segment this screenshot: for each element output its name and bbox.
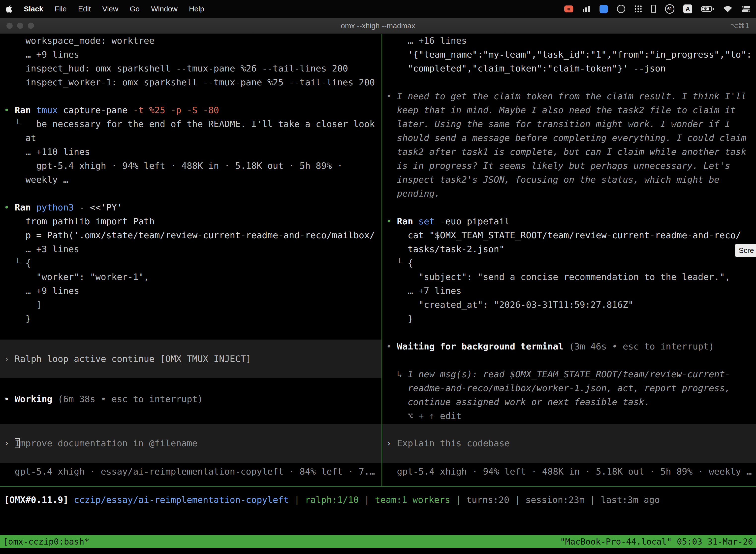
terminal-line: inspect_hud: omx sparkshell --tmux-pane … xyxy=(0,62,381,75)
zoom-button[interactable] xyxy=(28,22,34,29)
thinking-line: later. Using the same for transition mig… xyxy=(382,117,756,131)
text-segment: (6m 38s • esc to interrupt) xyxy=(58,394,203,404)
omx-status-line: [OMX#0.11.9] cczip/essay/ai-reimplementa… xyxy=(0,493,660,507)
text-segment: weekly … xyxy=(4,174,68,185)
mailbox-message: continue assigned work or next feasible … xyxy=(382,395,756,409)
activity-chart-icon[interactable] xyxy=(582,5,590,13)
phone-mirroring-icon[interactable] xyxy=(651,5,656,13)
menu-edit[interactable]: Edit xyxy=(78,5,91,13)
control-center-icon[interactable] xyxy=(742,6,751,12)
text-segment: • xyxy=(386,91,397,101)
terminal-pane-left: workspace_mode: worktree … +9 lines insp… xyxy=(0,34,381,486)
terminal-line: "subject": "send a concise recommendatio… xyxy=(382,270,756,284)
menu-items: FileEditViewGoWindowHelp xyxy=(55,5,204,13)
text-segment: • xyxy=(386,216,397,226)
minimize-button[interactable] xyxy=(17,22,23,29)
menu-view[interactable]: View xyxy=(102,5,118,13)
text-segment: └ xyxy=(386,258,408,268)
window-title: omx --xhigh --madmax xyxy=(0,21,756,30)
battery-icon[interactable] xyxy=(701,6,714,12)
thinking-line: keep that in mind. Maybe I also need the… xyxy=(382,103,756,117)
text-segment: "worker": "worker-1", xyxy=(4,272,149,282)
close-button[interactable] xyxy=(6,22,13,29)
text-segment: … +7 lines xyxy=(386,286,461,296)
text-segment: task2 after task1 is complete, but can I… xyxy=(386,147,746,157)
screen-recording-indicator-icon[interactable] xyxy=(564,5,573,12)
text-segment: '{"team_name":"my-team","task_id":"1","f… xyxy=(386,49,752,60)
text-segment: last:3m ago xyxy=(601,495,660,505)
pane-left-status-footer: gpt-5.4 xhigh · essay/ai-reimplementatio… xyxy=(0,465,381,479)
composer-input-right[interactable]: › Explain this codebase xyxy=(382,424,756,463)
text-segment: { xyxy=(25,258,31,268)
pane-right-status-footer: gpt-5.4 xhigh · 94% left · 488K in · 5.1… xyxy=(382,465,756,479)
text-segment: • xyxy=(386,341,397,351)
thinking-line: pending. xyxy=(382,187,756,201)
pane-left-scrollback: workspace_mode: worktree … +9 lines insp… xyxy=(0,34,381,406)
traffic-lights xyxy=(6,22,34,29)
menu-window[interactable]: Window xyxy=(151,5,178,13)
text-segment: turns:20 xyxy=(466,495,509,505)
text-segment: p = Path('.omx/state/team/review-current… xyxy=(4,230,375,240)
app-circle-icon[interactable] xyxy=(617,5,625,13)
blank-line xyxy=(0,89,381,103)
gauge-61-icon[interactable]: 61 xyxy=(665,4,674,14)
text-segment: -euo pipefail xyxy=(440,216,510,226)
terminal-line: cat "$OMX_TEAM_STATE_ROOT/team/review-cu… xyxy=(382,228,756,242)
pane-divider-vertical[interactable] xyxy=(381,34,382,486)
app-blue-icon[interactable] xyxy=(600,5,608,13)
tmux-session-label: [omx-cczip0:bash* xyxy=(3,537,89,547)
wifi-icon[interactable] xyxy=(723,5,733,13)
terminal-line: gpt-5.4 xhigh · 94% left · 488K in · 5.1… xyxy=(0,159,381,173)
terminal-line: weekly … xyxy=(0,173,381,187)
text-segment: } xyxy=(386,314,413,324)
text-segment: └ xyxy=(4,119,36,129)
window-shortcut-hint: ⌥⌘1 xyxy=(730,21,750,30)
text-segment: Ran xyxy=(15,202,36,213)
text-segment: I need to get the claim token from the c… xyxy=(397,91,746,101)
thinking-line: • I need to get the claim token from the… xyxy=(382,89,756,103)
active-app-name[interactable]: Slack xyxy=(24,5,43,13)
terminal-line: "worker": "worker-1", xyxy=(0,270,381,284)
text-segment: ⌥ + ↑ edit xyxy=(386,411,461,421)
text-segment: keep that in mind. Maybe I also need the… xyxy=(386,105,736,115)
text-segment: is in progress? It seems likely but perh… xyxy=(386,161,730,171)
menu-file[interactable]: File xyxy=(55,5,66,13)
terminal-line: p = Path('.omx/state/team/review-current… xyxy=(0,228,381,242)
text-segment: should send a message before completing … xyxy=(386,133,746,143)
text-segment: (3m 46s • esc to interrupt) xyxy=(569,341,714,351)
text-segment: mprove documentation in @filename xyxy=(20,438,197,448)
input-source-icon[interactable]: A xyxy=(683,4,692,13)
menu-go[interactable]: Go xyxy=(130,5,140,13)
mailbox-message: readme-and-reco/mailbox/worker-1.json, a… xyxy=(382,381,756,395)
text-segment: from pathlib import Path xyxy=(4,216,154,226)
terminal-line: … +110 lines xyxy=(0,145,381,159)
menu-help[interactable]: Help xyxy=(189,5,204,13)
blank-line xyxy=(382,326,756,340)
text-segment: … +9 lines xyxy=(4,49,79,60)
pane-divider-horizontal[interactable] xyxy=(0,486,756,487)
terminal-line: ] xyxy=(0,298,381,312)
pane-right-scrollback: … +16 lines '{"team_name":"my-team","tas… xyxy=(382,34,756,423)
terminal-line: └ { xyxy=(382,256,756,270)
terminal-line: workspace_mode: worktree xyxy=(0,34,381,48)
text-segment: cczip/essay/ai-reimplementation-copyleft xyxy=(74,495,289,505)
screen-share-notification[interactable]: Scre xyxy=(735,244,756,257)
text-segment: at xyxy=(4,133,36,143)
text-segment: • xyxy=(4,394,15,404)
text-segment: … +9 lines xyxy=(4,286,79,296)
apple-menu-icon[interactable] xyxy=(5,5,12,13)
dots-grid-icon[interactable] xyxy=(634,5,642,13)
text-segment: Waiting for background terminal xyxy=(397,341,569,351)
text-segment: 1 new msg(s): read $OMX_TEAM_STATE_ROOT/… xyxy=(408,369,730,379)
text-segment: "subject": "send a concise recommendatio… xyxy=(386,272,730,282)
terminal-line: tasks/task-2.json" xyxy=(382,242,756,256)
text-segment: be necessary for the end of the README. … xyxy=(36,119,375,129)
composer-input-left[interactable]: › Improve documentation in @filename xyxy=(0,424,381,463)
text-segment: | xyxy=(509,495,525,505)
terminal-line: … +9 lines xyxy=(0,48,381,62)
text-segment: • xyxy=(4,105,15,115)
text-segment: pending. xyxy=(386,188,440,199)
text-segment: tasks/task-2.json" xyxy=(386,244,504,254)
notification-text: Scre xyxy=(739,246,754,255)
tmux-host-clock-label: "MacBook-Pro-44.local" 05:03 31-Mar-26 xyxy=(560,537,753,547)
